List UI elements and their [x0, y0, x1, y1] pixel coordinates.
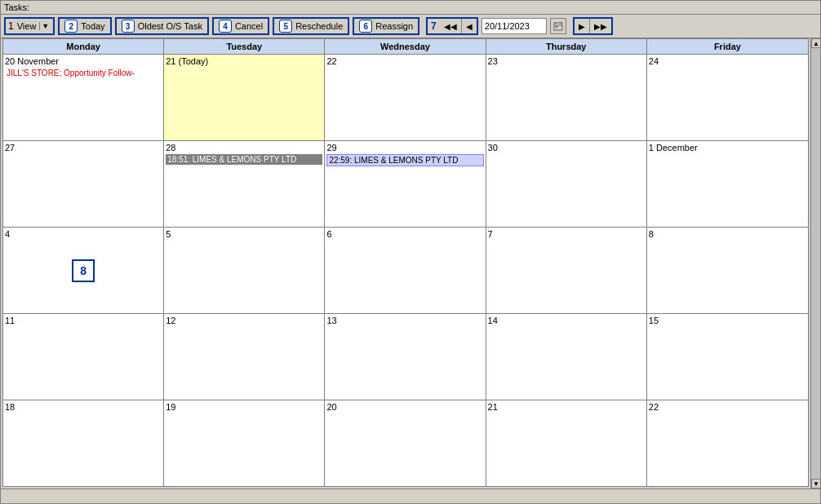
vertical-scrollbar[interactable]: ▲ ▼ [810, 38, 820, 489]
day-dec4[interactable]: 4 8 [3, 228, 164, 313]
day-number: 24 [649, 56, 806, 66]
calendar-header: Monday Tuesday Wednesday Thursday Friday [3, 39, 808, 55]
today-label: Today [81, 21, 104, 31]
scroll-down-button[interactable]: ▼ [811, 479, 820, 489]
btn4-num: 4 [219, 20, 232, 33]
day-dec22[interactable]: 22 [647, 400, 808, 486]
day-dec8[interactable]: 8 [647, 228, 808, 313]
day-nov29[interactable]: 29 22:59: LIMES & LEMONS PTY LTD [325, 141, 486, 227]
day-number: 22 [649, 402, 806, 412]
day-number: 12 [166, 316, 322, 325]
day-number: 15 [649, 316, 806, 325]
day-nov27[interactable]: 27 [3, 141, 164, 227]
day-dec20[interactable]: 20 [325, 400, 486, 486]
day-nov28[interactable]: 28 18:51: LIMES & LEMONS PTY LTD [164, 141, 325, 227]
scroll-track[interactable] [811, 48, 820, 479]
status-bar [1, 489, 820, 503]
event-limes-lemons-2[interactable]: 22:59: LIMES & LEMONS PTY LTD [326, 154, 483, 166]
nav-first-button[interactable]: ◀◀ [440, 19, 462, 33]
today-button[interactable]: 2 Today [58, 17, 111, 35]
event-jills-store[interactable]: JILL'S STORE; Opportunity Follow- [5, 68, 162, 78]
tasks-label: Tasks: [1, 1, 820, 15]
cancel-button[interactable]: 4 Cancel [212, 17, 269, 35]
day-nov22[interactable]: 22 [325, 55, 486, 140]
day-number: 30 [488, 143, 645, 153]
reassign-label: Reassign [375, 21, 413, 31]
view-label: View [14, 21, 40, 31]
toolbar: 1 View ▼ 2 Today 3 Oldest O/S Task 4 Can… [1, 15, 820, 38]
day-number: 1 December [649, 143, 806, 153]
day-number: 13 [326, 316, 483, 325]
day-number: 18 [5, 402, 162, 412]
date-input[interactable] [482, 18, 547, 34]
day-number: 23 [488, 56, 645, 66]
calendar-main: Monday Tuesday Wednesday Thursday Friday… [2, 38, 809, 487]
oldest-task-label: Oldest O/S Task [138, 21, 202, 31]
day-number: 20 November [5, 56, 162, 66]
header-friday: Friday [647, 39, 808, 54]
day-dec5[interactable]: 5 [164, 228, 325, 313]
main-window: Tasks: 1 View ▼ 2 Today 3 Oldest O/S Tas… [0, 0, 821, 504]
header-tuesday: Tuesday [164, 39, 325, 54]
day-number: 21 [488, 402, 645, 412]
day-dec18[interactable]: 18 [3, 400, 164, 486]
day-dec7[interactable]: 7 [486, 228, 647, 313]
day-dec21[interactable]: 21 [486, 400, 647, 486]
day-nov23[interactable]: 23 [486, 55, 647, 140]
calendar-icon-button[interactable] [550, 18, 566, 34]
day-nov21[interactable]: 21 (Today) [164, 55, 325, 140]
day-number: 4 [5, 229, 162, 239]
btn3-num: 3 [122, 20, 135, 33]
calendar-icon [553, 21, 563, 31]
header-thursday: Thursday [486, 39, 647, 54]
icon-8-box: 8 [72, 259, 95, 282]
header-monday: Monday [3, 39, 164, 54]
navigation-group: 7 ◀◀ ◀ [426, 17, 478, 35]
day-number: 20 [326, 402, 483, 412]
day-dec12[interactable]: 12 [164, 314, 325, 400]
week-row-4: 11 12 13 14 15 [3, 314, 808, 400]
view-dropdown-icon[interactable]: ▼ [39, 22, 51, 30]
day-nov30[interactable]: 30 [486, 141, 647, 227]
day-nov24[interactable]: 24 [647, 55, 808, 140]
nav-next-group: ▶ ▶▶ [573, 17, 613, 35]
day-number: 11 [5, 316, 162, 325]
nav-next-button[interactable]: ▶ [575, 19, 590, 33]
oldest-task-button[interactable]: 3 Oldest O/S Task [115, 17, 209, 35]
day-dec14[interactable]: 14 [486, 314, 647, 400]
day-number: 19 [166, 402, 322, 412]
week-row-1: 20 November JILL'S STORE; Opportunity Fo… [3, 55, 808, 141]
btn5-num: 5 [279, 20, 292, 33]
week-row-5: 18 19 20 21 22 [3, 400, 808, 486]
day-dec1[interactable]: 1 December [647, 141, 808, 227]
header-wednesday: Wednesday [325, 39, 486, 54]
calendar-body: 20 November JILL'S STORE; Opportunity Fo… [3, 55, 808, 486]
nav-prev-button[interactable]: ◀ [462, 19, 477, 33]
day-number: 14 [488, 316, 645, 325]
reschedule-button[interactable]: 5 Reschedule [273, 17, 349, 35]
day-nov20[interactable]: 20 November JILL'S STORE; Opportunity Fo… [3, 55, 164, 140]
nav-last-button[interactable]: ▶▶ [590, 19, 611, 33]
day-number: 27 [5, 143, 162, 153]
day-dec15[interactable]: 15 [647, 314, 808, 400]
day-number: 5 [166, 229, 322, 239]
day-dec13[interactable]: 13 [325, 314, 486, 400]
day-number: 28 [166, 143, 322, 153]
day-number: 22 [326, 56, 483, 66]
btn1-num: 1 [8, 20, 14, 32]
day-dec11[interactable]: 11 [3, 314, 164, 400]
reassign-button[interactable]: 6 Reassign [353, 17, 419, 35]
day-number: 21 (Today) [166, 56, 322, 66]
day-dec6[interactable]: 6 [325, 228, 486, 313]
scroll-up-button[interactable]: ▲ [811, 38, 820, 48]
reschedule-label: Reschedule [295, 21, 343, 31]
week-row-2: 27 28 18:51: LIMES & LEMONS PTY LTD 29 2… [3, 141, 808, 228]
day-dec19[interactable]: 19 [164, 400, 325, 486]
event-limes-lemons-1[interactable]: 18:51: LIMES & LEMONS PTY LTD [166, 154, 322, 165]
day-number: 7 [488, 229, 645, 239]
day-number: 29 [326, 143, 483, 153]
calendar-wrapper: Monday Tuesday Wednesday Thursday Friday… [1, 38, 820, 489]
view-button[interactable]: 1 View ▼ [4, 17, 55, 35]
btn2-num: 2 [64, 20, 78, 33]
svg-rect-0 [554, 23, 562, 30]
